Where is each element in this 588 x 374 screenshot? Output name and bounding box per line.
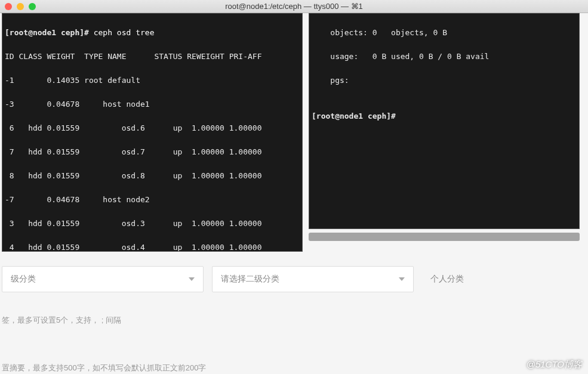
osd-tree-row: -3 0.04678 host node1 — [5, 98, 300, 110]
select-label: 请选择二级分类 — [221, 274, 279, 285]
summary-hint-text: 置摘要，最多支持500字，如不填写会默认抓取正文前200字 — [2, 363, 206, 373]
osd-tree-row: 4 hdd 0.01559 osd.4 up 1.00000 1.00000 — [5, 242, 300, 252]
osd-tree-row: 7 hdd 0.01559 osd.7 up 1.00000 1.00000 — [5, 146, 300, 158]
terminal-right-pane[interactable]: objects: 0 objects, 0 B usage: 0 B used,… — [309, 13, 580, 229]
shell-command: ceph osd tree — [94, 28, 155, 37]
chevron-down-icon — [189, 277, 195, 281]
primary-category-select[interactable]: 级分类 — [2, 266, 204, 292]
status-line: objects: 0 objects, 0 B — [312, 27, 577, 39]
osd-tree-row: -7 0.04678 host node2 — [5, 194, 300, 206]
shell-prompt: [root@node1 ceph]# — [5, 28, 89, 37]
zoom-icon[interactable] — [29, 3, 36, 10]
personal-category-select[interactable]: 个人分类 — [422, 266, 586, 292]
osd-tree-row: 8 hdd 0.01559 osd.8 up 1.00000 1.00000 — [5, 170, 300, 182]
window-title: root@node1:/etc/ceph — ttys000 — ⌘1 — [225, 2, 363, 11]
window-titlebar: root@node1:/etc/ceph — ttys000 — ⌘1 — [0, 0, 588, 13]
osd-tree-row: -1 0.14035 root default — [5, 75, 300, 86]
status-line: usage: 0 B used, 0 B / 0 B avail — [312, 51, 577, 63]
chevron-down-icon — [399, 277, 405, 281]
close-icon[interactable] — [5, 3, 12, 10]
watermark-text: @51CTO博客 — [527, 359, 582, 370]
osd-tree-row: 3 hdd 0.01559 osd.3 up 1.00000 1.00000 — [5, 218, 300, 230]
secondary-category-select[interactable]: 请选择二级分类 — [212, 266, 414, 292]
tags-hint-text: 签，最多可设置5个，支持， ; 间隔 — [2, 315, 121, 326]
category-select-row: 级分类 请选择二级分类 个人分类 — [2, 262, 586, 296]
terminal-left-pane[interactable]: [root@node1 ceph]# ceph osd tree ID CLAS… — [2, 13, 303, 252]
traffic-lights — [5, 3, 36, 10]
status-line: pgs: — [312, 75, 577, 86]
shell-prompt: [root@node1 ceph]# — [312, 110, 577, 122]
scrollbar-horizontal[interactable] — [309, 233, 580, 241]
osd-tree-row: 6 hdd 0.01559 osd.6 up 1.00000 1.00000 — [5, 122, 300, 134]
select-label: 个人分类 — [430, 274, 464, 285]
minimize-icon[interactable] — [17, 3, 24, 10]
select-label: 级分类 — [11, 274, 36, 285]
osd-tree-header: ID CLASS WEIGHT TYPE NAME STATUS REWEIGH… — [5, 51, 300, 63]
